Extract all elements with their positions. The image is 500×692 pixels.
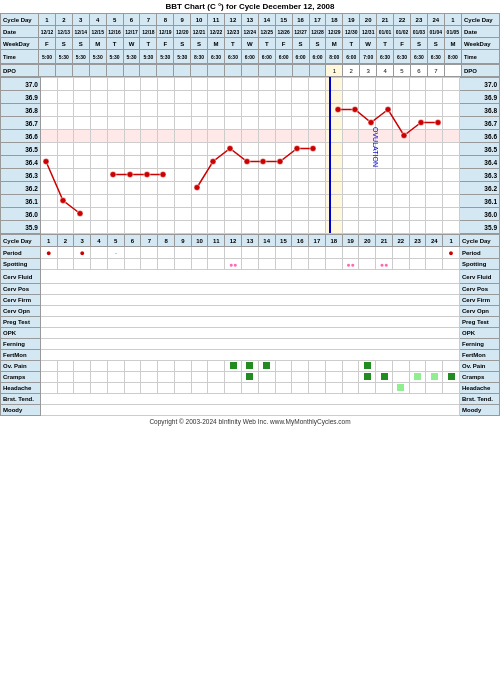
cerv-pos-row: Cerv Pos Cerv Pos xyxy=(1,284,500,295)
temp-row-361: 36.1 xyxy=(1,195,500,208)
preg-test-row: Preg Test Preg Test xyxy=(1,317,500,328)
cerv-firm-row: Cerv Firm Cerv Firm xyxy=(1,295,500,306)
temp-grid: 37.0 xyxy=(0,77,500,234)
date-label-right: Date xyxy=(462,26,500,38)
temp-row-368: 36.8 xyxy=(1,104,500,117)
cramps-row: Cramps Cramps xyxy=(1,372,500,383)
cycle-day-bottom-row: Cycle Day 1 2 3 4 5 6 7 8 9 10 11 12 13 … xyxy=(1,235,500,247)
spotting-row: Spotting ●● ●● ●● Spotting xyxy=(1,259,500,270)
period-row: Period ● ● ·· ● Period xyxy=(1,247,500,259)
cerv-fluid-row: Cerv Fluid Cerv Fluid xyxy=(1,270,500,284)
temp-row-363: 36.3 xyxy=(1,169,500,182)
brst-tend-row: Brst. Tend. Brst. Tend. xyxy=(1,394,500,405)
temp-row-365: 36.5 xyxy=(1,143,500,156)
cycle-day-label: Cycle Day xyxy=(1,14,39,26)
copyright: Copyright © 2003-2024 bInfinity Web Inc.… xyxy=(0,416,500,427)
ferning-row: Ferning Ferning xyxy=(1,339,500,350)
time-label: Time xyxy=(1,50,39,64)
temp-row-369: 36.9 xyxy=(1,91,500,104)
cycle-day-row: Cycle Day 1 2 3 4 5 6 7 8 9 10 11 12 13 … xyxy=(1,14,500,26)
ov-pain-row: Ov. Pain Ov. Pain xyxy=(1,361,500,372)
temp-row-366: 36.6 xyxy=(1,130,500,143)
time-label-right: Time xyxy=(462,50,500,64)
temp-row-362: 36.2 xyxy=(1,182,500,195)
headache-row: Headache Headache xyxy=(1,383,500,394)
weekday-label-right: WeekDay xyxy=(462,38,500,50)
fertmon-row: FertMon FertMon xyxy=(1,350,500,361)
temp-row-370: 37.0 xyxy=(1,78,500,91)
weekday-label: WeekDay xyxy=(1,38,39,50)
weekday-row: WeekDay F S S M T W T F S S M T W T F S … xyxy=(1,38,500,50)
temp-row-364: 36.4 xyxy=(1,156,500,169)
date-row: Date 12/12 12/13 12/14 12/15 12/16 12/17… xyxy=(1,26,500,38)
moody-row: Moody Moody xyxy=(1,405,500,416)
opk-row: OPK OPK xyxy=(1,328,500,339)
date-label: Date xyxy=(1,26,39,38)
temp-row-360: 36.0 xyxy=(1,208,500,221)
temp-row-367: 36.7 xyxy=(1,117,500,130)
temp-row-359: 35.9 xyxy=(1,221,500,234)
time-row: Time 5:00 5:30 5:30 5:30 5:30 5:30 5:30 … xyxy=(1,50,500,64)
cerv-opn-row: Cerv Opn Cerv Opn xyxy=(1,306,500,317)
chart-title: BBT Chart (C °) for Cycle December 12, 2… xyxy=(0,0,500,13)
dpo-row-top: DPO 1 2 3 4 5 6 7 DPO xyxy=(1,65,500,77)
cycle-day-label-right: Cycle Day xyxy=(462,14,500,26)
temp-chart-container: DPO 1 2 3 4 5 6 7 DPO xyxy=(0,64,500,234)
